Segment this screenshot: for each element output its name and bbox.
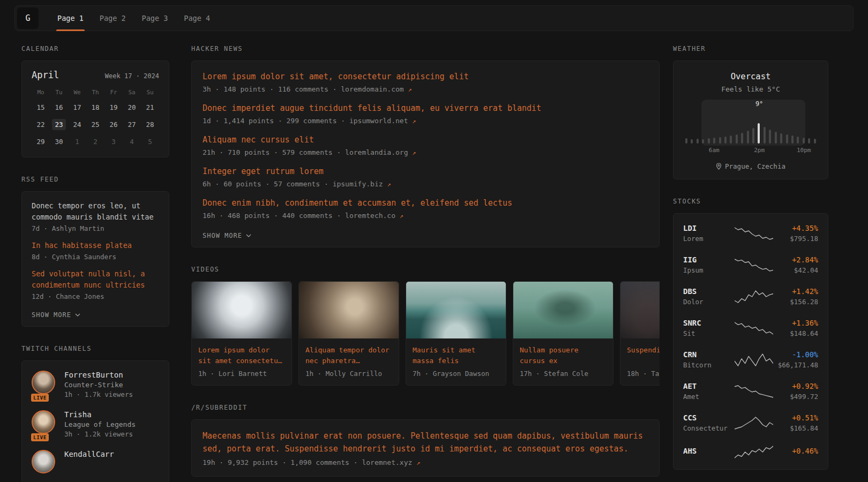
channel-avatar-image	[32, 410, 55, 434]
stock-row[interactable]: AHS +0.46%	[683, 439, 818, 465]
weather-bar	[741, 133, 743, 144]
post-title[interactable]: Maecenas mollis pulvinar erat non posuer…	[203, 430, 648, 455]
calendar-day: 27	[125, 119, 139, 130]
stock-row[interactable]: DBSDolor +1.42%$156.28	[683, 281, 818, 312]
stock-ticker[interactable]: CCS	[683, 413, 730, 422]
stock-ticker[interactable]: LDI	[683, 224, 730, 232]
stock-ticker[interactable]: IIG	[683, 255, 730, 264]
weather-bar	[775, 132, 777, 144]
hackernews-item: Lorem ipsum dolor sit amet, consectetur …	[203, 71, 648, 93]
channel-name[interactable]: Trisha	[64, 410, 136, 419]
calendar-grid: MoTuWeThFrSaSu15161718192021222324252627…	[32, 89, 159, 147]
app-logo[interactable]: G	[17, 7, 39, 29]
video-thumbnail[interactable]	[513, 282, 613, 338]
video-title[interactable]: Lorem ipsum dolor sit amet consectetu…	[198, 345, 285, 366]
stocks-section-title: STOCKS	[673, 198, 828, 205]
stock-row[interactable]: AETAmet +0.92%$499.72	[683, 375, 818, 407]
video-card[interactable]: Suspendisse diam 18h · Tara	[620, 281, 660, 386]
channel-name[interactable]: ForrestBurton	[64, 371, 133, 379]
external-link-icon[interactable]: ↗	[408, 86, 412, 93]
stock-change: +0.46%	[777, 447, 818, 455]
video-thumbnail[interactable]	[192, 282, 291, 338]
stock-change: -1.00%	[777, 350, 818, 359]
stock-row[interactable]: IIGIpsum +2.84%$42.04	[683, 249, 818, 281]
twitch-channel-row[interactable]: KendallCarr	[32, 450, 159, 473]
stock-ticker[interactable]: DBS	[683, 287, 730, 296]
subreddit-section-title: /R/SUBREDDIT	[191, 404, 660, 411]
video-thumbnail[interactable]	[406, 282, 506, 338]
stock-row[interactable]: CCSConsectetur +0.51%$165.84	[683, 407, 818, 439]
tab-page-2[interactable]: Page 2	[92, 6, 134, 31]
chevron-down-icon	[246, 234, 251, 237]
external-link-icon[interactable]: ↗	[412, 117, 416, 125]
channel-game: Counter-Strike	[64, 381, 133, 389]
tab-page-3[interactable]: Page 3	[134, 6, 176, 31]
stock-ticker[interactable]: CRN	[683, 350, 730, 359]
channel-avatar-image	[32, 371, 55, 394]
video-title[interactable]: Suspendisse diam	[627, 345, 660, 366]
video-thumbnail[interactable]	[299, 282, 399, 338]
rss-item-title[interactable]: In hac habitasse platea	[32, 240, 159, 251]
calendar-section-title: CALENDAR	[21, 45, 169, 52]
video-title[interactable]: Nullam posuere cursus ex	[520, 345, 607, 366]
stock-row[interactable]: CRNBitcorn -1.00%$66,171.48	[683, 344, 818, 375]
tab-page-1[interactable]: Page 1	[49, 6, 92, 31]
hn-meta-text: 16h · 468 points · 440 comments · loremt…	[203, 212, 395, 220]
video-title[interactable]: Aliquam tempor dolor nec pharetra…	[305, 345, 392, 366]
post-meta-text: 19h · 9,932 points · 1,090 comments · lo…	[203, 458, 412, 466]
video-card[interactable]: Mauris sit amet massa felis 7h · Grayson…	[406, 281, 506, 386]
stock-name: Consectetur	[683, 424, 730, 432]
video-card[interactable]: Nullam posuere cursus ex 17h · Stefan Co…	[513, 281, 613, 386]
calendar-day: 22	[34, 119, 48, 130]
channel-meta: 3h · 1.2k viewers	[64, 430, 136, 438]
rss-item-title[interactable]: Sed volutpat nulla nisl, a condimentum n…	[32, 268, 159, 291]
video-title[interactable]: Mauris sit amet massa felis	[413, 345, 499, 366]
weather-hourly-chart: 9° 6am 2pm 10pm	[684, 101, 817, 154]
video-card[interactable]: Lorem ipsum dolor sit amet consectetu… 1…	[191, 281, 292, 386]
rss-item-title[interactable]: Donec tempor eros leo, ut commodo mauris…	[32, 200, 159, 223]
weather-bar	[769, 130, 771, 144]
external-link-icon[interactable]: ↗	[387, 180, 391, 188]
weather-feels-like: Feels like 5°C	[684, 85, 817, 93]
show-more-label: SHOW MORE	[32, 311, 71, 319]
channel-name[interactable]: KendallCarr	[64, 450, 114, 458]
external-link-icon[interactable]: ↗	[416, 459, 420, 466]
stock-row[interactable]: LDILorem +4.35%$795.18	[683, 217, 818, 249]
weather-bar	[780, 133, 782, 144]
stock-name: Amet	[683, 393, 730, 401]
rss-item[interactable]: In hac habitasse platea 8d · Cynthia Sau…	[32, 240, 159, 261]
hn-meta-text: 6h · 60 points · 57 comments · ipsumify.…	[203, 180, 383, 188]
external-link-icon[interactable]: ↗	[400, 212, 403, 220]
video-card[interactable]: Aliquam tempor dolor nec pharetra… 1h · …	[298, 281, 399, 386]
video-meta: 18h · Tara	[627, 370, 660, 378]
twitch-channel-row[interactable]: LIVE ForrestBurton Counter-Strike 1h · 1…	[32, 371, 159, 398]
stock-sparkline	[735, 227, 773, 240]
tab-page-4[interactable]: Page 4	[176, 6, 218, 31]
weather-bar	[685, 138, 687, 144]
subreddit-post: Maecenas mollis pulvinar erat non posuer…	[203, 430, 648, 466]
external-link-icon[interactable]: ↗	[412, 149, 416, 156]
calendar-day: 26	[107, 119, 121, 130]
calendar-widget: April Week 17 · 2024 MoTuWeThFrSaSu15161…	[21, 61, 169, 157]
hn-item-title[interactable]: Lorem ipsum dolor sit amet, consectetur …	[203, 71, 648, 82]
rss-item[interactable]: Donec tempor eros leo, ut commodo mauris…	[32, 200, 159, 232]
weather-bar	[730, 135, 732, 144]
twitch-channel-row[interactable]: LIVE Trisha League of Legends 3h · 1.2k …	[32, 410, 159, 438]
hn-item-title[interactable]: Donec enim nibh, condimentum et accumsan…	[203, 197, 648, 209]
rss-item[interactable]: Sed volutpat nulla nisl, a condimentum n…	[32, 268, 159, 300]
stock-ticker[interactable]: SNRC	[683, 319, 730, 327]
stock-row[interactable]: SNRCSit +1.36%$148.64	[683, 312, 818, 344]
video-thumbnail[interactable]	[620, 282, 660, 338]
rss-show-more-button[interactable]: SHOW MORE	[32, 308, 159, 320]
stock-ticker[interactable]: AHS	[683, 447, 730, 455]
stock-change: +1.42%	[777, 287, 818, 296]
left-column: CALENDAR April Week 17 · 2024 MoTuWeThFr…	[21, 45, 169, 482]
hn-item-title[interactable]: Aliquam nec cursus elit	[203, 134, 648, 146]
hn-item-title[interactable]: Donec imperdiet augue tincidunt felis al…	[203, 102, 648, 114]
stock-ticker[interactable]: AET	[683, 382, 730, 390]
hn-show-more-button[interactable]: SHOW MORE	[203, 229, 648, 240]
time-label: 6am	[709, 147, 720, 154]
weather-time-axis: 6am 2pm 10pm	[684, 147, 817, 154]
hn-item-title[interactable]: Integer eget rutrum lorem	[203, 165, 648, 177]
dashboard-columns: CALENDAR April Week 17 · 2024 MoTuWeThFr…	[0, 31, 868, 482]
